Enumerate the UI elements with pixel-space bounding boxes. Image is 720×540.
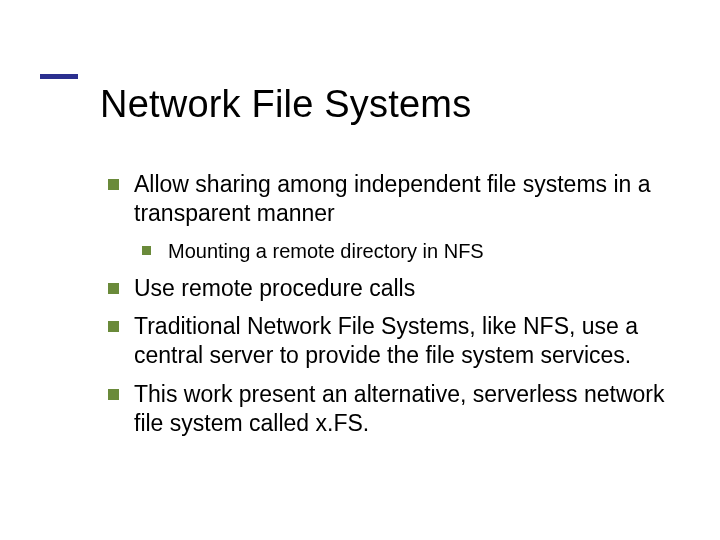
list-item-text: Allow sharing among independent file sys… [134, 171, 651, 226]
list-item: Use remote procedure calls [100, 274, 670, 303]
list-item-text: Traditional Network File Systems, like N… [134, 313, 638, 368]
list-item-text: This work present an alternative, server… [134, 381, 665, 436]
list-item: Mounting a remote directory in NFS [100, 238, 670, 264]
list-item-text: Mounting a remote directory in NFS [168, 240, 484, 262]
list-item: This work present an alternative, server… [100, 380, 670, 438]
slide-title: Network File Systems [100, 84, 471, 126]
square-bullet-icon [142, 246, 151, 255]
square-bullet-icon [108, 179, 119, 190]
square-bullet-icon [108, 321, 119, 332]
slide-body: Allow sharing among independent file sys… [100, 170, 670, 447]
list-item: Allow sharing among independent file sys… [100, 170, 670, 228]
slide: Network File Systems Allow sharing among… [0, 0, 720, 540]
square-bullet-icon [108, 389, 119, 400]
square-bullet-icon [108, 283, 119, 294]
title-rule [40, 74, 78, 79]
list-item: Traditional Network File Systems, like N… [100, 312, 670, 370]
list-item-text: Use remote procedure calls [134, 275, 415, 301]
